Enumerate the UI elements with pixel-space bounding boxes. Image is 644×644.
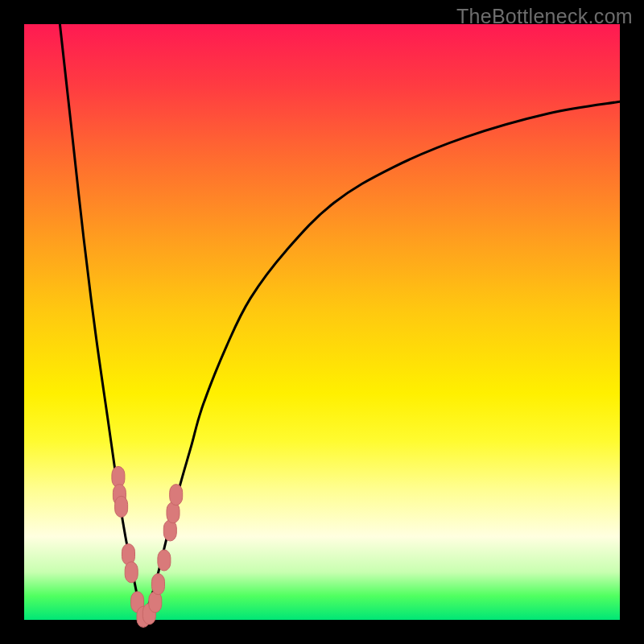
marker-point: [115, 496, 128, 517]
chart-frame: TheBottleneck.com: [0, 0, 644, 644]
marker-point: [125, 562, 138, 583]
plot-area: [24, 24, 620, 620]
marker-point: [170, 485, 183, 506]
curve-layer: [24, 24, 620, 620]
curve-left-branch: [60, 24, 143, 620]
curve-right-branch: [143, 101, 620, 620]
highlight-markers: [112, 466, 183, 627]
marker-point: [158, 550, 171, 571]
bottleneck-curve: [60, 24, 620, 620]
marker-point: [152, 574, 165, 595]
